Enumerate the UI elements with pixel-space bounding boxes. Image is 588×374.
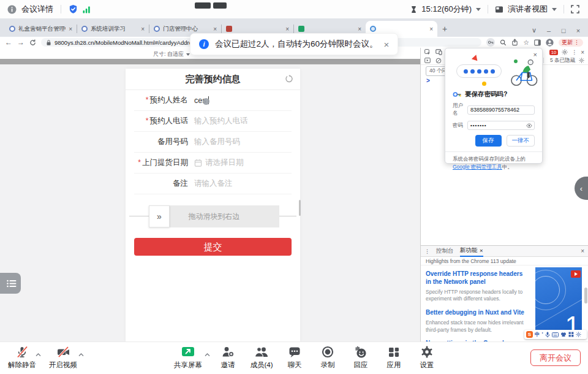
sogou-logo-icon[interactable]: S — [526, 331, 533, 338]
play-button-icon[interactable] — [571, 270, 581, 278]
tab-close-icon[interactable]: × — [358, 26, 361, 32]
maximize-icon[interactable]: □ — [556, 27, 571, 34]
password-key-icon[interactable] — [486, 38, 495, 47]
tab-close-icon[interactable]: × — [285, 26, 289, 32]
network-signal-icon[interactable] — [83, 6, 91, 13]
ime-punctuation-toggle[interactable]: ' — [542, 332, 543, 337]
side-panel-icon[interactable] — [534, 39, 541, 46]
date-picker[interactable]: 请选择日期 — [194, 158, 244, 168]
view-dropdown-icon[interactable] — [552, 8, 557, 11]
hidden-messages-label[interactable]: 5 条已隐藏 — [550, 57, 575, 64]
timer-dropdown-icon[interactable] — [476, 8, 481, 11]
start-video-button[interactable]: 开启视频 — [46, 345, 80, 370]
security-shield-icon[interactable] — [69, 4, 78, 14]
reload-icon[interactable] — [29, 39, 36, 46]
drawer-close-icon[interactable]: × — [581, 248, 584, 254]
dimension-box[interactable] — [213, 2, 227, 9]
ime-toolbar[interactable]: S 中 ' — [524, 330, 587, 339]
console-settings-icon[interactable] — [579, 58, 584, 63]
minimize-icon[interactable]: – — [541, 27, 556, 34]
ime-settings-icon[interactable] — [576, 332, 581, 337]
window-close-icon[interactable]: × — [571, 27, 586, 34]
apps-button[interactable]: 应用 — [377, 345, 411, 370]
chat-button[interactable]: 聊天 — [277, 345, 312, 370]
view-mode-label[interactable]: 演讲者视图 — [508, 4, 548, 15]
issues-badge[interactable]: 10 — [549, 50, 558, 55]
undo-icon[interactable] — [285, 75, 293, 83]
ime-mic-icon[interactable] — [545, 332, 550, 338]
padlock-icon[interactable] — [46, 39, 51, 46]
new-tab-icon[interactable]: + — [442, 24, 447, 34]
unmute-button[interactable]: 解除静音 — [5, 345, 39, 370]
mic-options-chevron[interactable] — [36, 353, 41, 357]
field-row-phone[interactable]: *预约人电话 输入预约人电话 — [134, 111, 292, 132]
username-field[interactable]: 8385889075578462 — [467, 105, 535, 115]
console-sidebar-icon[interactable] — [424, 58, 431, 63]
drawer-menu-icon[interactable]: ⋮ — [424, 248, 430, 254]
notification-close-icon[interactable]: × — [384, 39, 390, 50]
tab-close-icon[interactable]: × — [213, 26, 217, 32]
remark-input-placeholder[interactable]: 请输入备注 — [194, 178, 233, 189]
ime-grid-icon[interactable] — [568, 332, 574, 337]
video-options-chevron[interactable] — [78, 353, 84, 357]
ime-keyboard-icon[interactable] — [552, 332, 559, 337]
menu-dots-icon[interactable]: ⋮ — [574, 39, 579, 45]
browser-tab-1[interactable]: 礼盒营销平台管理中心 × — [5, 21, 77, 37]
fullscreen-icon[interactable] — [571, 5, 579, 13]
console-prompt[interactable]: > — [426, 77, 430, 84]
tab-close-icon[interactable]: × — [141, 26, 145, 32]
drawer-scrollbar[interactable] — [584, 288, 587, 303]
ime-language-toggle[interactable]: 中 — [535, 331, 540, 338]
meeting-details-label[interactable]: 会议详情 — [21, 4, 53, 15]
share-options-chevron[interactable] — [205, 353, 210, 357]
article-link[interactable]: Better debugging in Nuxt and Vite — [426, 309, 529, 317]
bookmark-star-icon[interactable]: ☆ — [523, 39, 529, 46]
devtools-settings-icon[interactable] — [562, 49, 568, 55]
tab-close-icon[interactable]: × — [69, 26, 72, 32]
leave-meeting-button[interactable]: 离开会议 — [530, 349, 581, 366]
backup-input-placeholder[interactable]: 输入备用号码 — [194, 137, 240, 147]
info-icon[interactable] — [7, 5, 17, 14]
devtools-close-icon[interactable]: × — [581, 49, 584, 56]
field-row-pickup-date[interactable]: *上门提货日期 请选择日期 — [134, 153, 292, 174]
record-button[interactable]: 录制 — [311, 345, 345, 370]
dimension-box[interactable] — [195, 2, 211, 9]
device-size-dropdown[interactable]: 尺寸: 自适应 — [153, 50, 190, 58]
reaction-button[interactable]: 回应 — [344, 345, 378, 370]
tab-close-icon[interactable]: × — [480, 247, 483, 254]
tab-search-icon[interactable]: ∨ — [527, 26, 541, 34]
profile-avatar[interactable] — [546, 39, 554, 47]
share-screen-button[interactable]: 共享屏幕 — [171, 345, 205, 370]
tab-console[interactable]: 控制台 — [436, 246, 454, 257]
phone-input-placeholder[interactable]: 输入预约人电话 — [194, 116, 248, 126]
password-manager-link[interactable]: Google 密码管理工具 — [453, 164, 502, 170]
device-toggle-icon[interactable] — [435, 49, 442, 55]
forward-icon[interactable]: → — [17, 39, 24, 46]
save-button[interactable]: 保存 — [475, 135, 502, 147]
field-row-name[interactable]: *预约人姓名 ces — [134, 90, 292, 111]
clear-console-icon[interactable] — [435, 58, 442, 64]
field-row-remark[interactable]: 备注 请输入备注 — [134, 174, 292, 194]
chrome-update-button[interactable]: 更新 ⋮ — [559, 39, 583, 47]
share-icon[interactable] — [511, 39, 518, 46]
settings-button[interactable]: 设置 — [410, 345, 444, 370]
tab-whats-new[interactable]: 新功能 × — [460, 246, 483, 257]
ime-skin-icon[interactable] — [560, 332, 567, 337]
slider-handle[interactable]: » — [149, 205, 170, 227]
password-field[interactable]: ••••••• — [467, 121, 535, 130]
never-button[interactable]: 一律不 — [507, 135, 535, 147]
show-password-eye-icon[interactable] — [526, 123, 532, 128]
inspect-element-icon[interactable] — [424, 49, 431, 55]
zoom-icon[interactable] — [500, 39, 507, 46]
browser-tab-2[interactable]: 系统培训学习 × — [77, 21, 149, 37]
submit-button[interactable]: 提交 — [134, 238, 292, 256]
devtools-menu-icon[interactable]: ⋮ — [571, 49, 577, 55]
back-icon[interactable]: ← — [5, 39, 12, 46]
tab-close-icon[interactable]: × — [429, 26, 433, 32]
viewport-scrollbar[interactable] — [299, 200, 301, 216]
members-button[interactable]: 成员(4) — [244, 345, 279, 370]
article-link[interactable]: Override HTTP response headers in the Ne… — [426, 270, 529, 286]
field-row-backup-phone[interactable]: 备用号码 输入备用号码 — [134, 132, 292, 153]
invite-button[interactable]: 邀请 — [211, 345, 245, 370]
meeting-list-collapsed-panel[interactable] — [0, 273, 21, 294]
